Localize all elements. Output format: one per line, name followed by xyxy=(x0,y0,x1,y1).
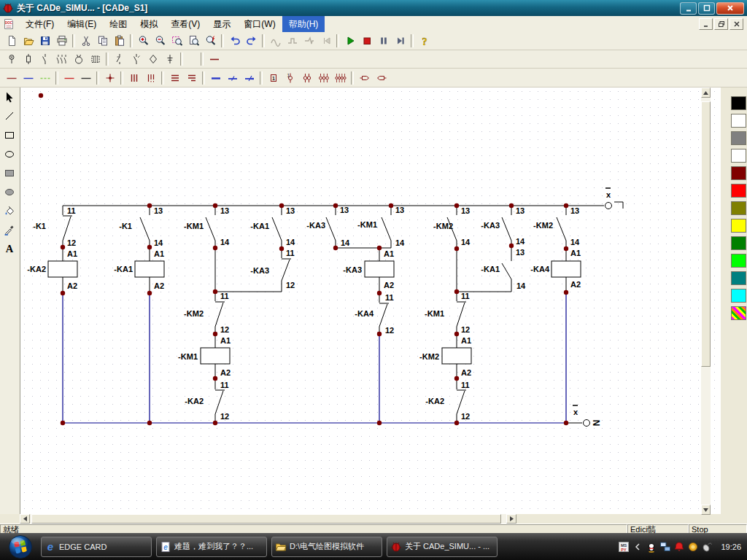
tool-tell-button[interactable] xyxy=(0,144,19,163)
v3s-button[interactable] xyxy=(142,70,159,86)
menu-item-6[interactable]: 显示 xyxy=(206,16,237,33)
color-swatch-1[interactable] xyxy=(731,96,746,110)
color-swatch-2[interactable] xyxy=(731,114,746,128)
save-button[interactable] xyxy=(36,33,53,49)
zoomsel-button[interactable] xyxy=(169,33,185,49)
plug-button[interactable] xyxy=(161,51,178,67)
print-button[interactable] xyxy=(53,33,70,49)
mdi-close-button[interactable] xyxy=(729,18,743,30)
mdi-minimize-button[interactable] xyxy=(699,18,713,30)
tool-tline-button[interactable] xyxy=(0,106,19,125)
motor-button[interactable] xyxy=(70,51,87,67)
menu-item-3[interactable]: 绘图 xyxy=(103,16,133,33)
menu-item-1[interactable]: 文件(F) xyxy=(19,16,61,33)
play-button[interactable] xyxy=(341,33,358,49)
contactb-button[interactable] xyxy=(111,51,128,67)
scroll-down-button[interactable] xyxy=(701,505,711,515)
bslash1-button[interactable] xyxy=(224,70,241,86)
sim1-button[interactable] xyxy=(267,33,284,49)
document-icon[interactable]: DOC xyxy=(3,18,16,30)
contact1-button[interactable] xyxy=(36,51,53,67)
diamond-button[interactable] xyxy=(144,51,161,67)
tray-chev-icon[interactable] xyxy=(632,541,643,553)
vertical-scrollbar[interactable] xyxy=(701,88,711,515)
contacts3-button[interactable] xyxy=(53,51,70,67)
tray-alarm-icon[interactable] xyxy=(673,541,685,553)
l_green-button[interactable] xyxy=(36,70,53,86)
contactc-button[interactable] xyxy=(128,51,144,67)
color-swatch-3[interactable] xyxy=(731,131,746,145)
redo-button[interactable] xyxy=(243,33,260,49)
bthick-button[interactable] xyxy=(207,70,224,86)
h3-button[interactable] xyxy=(166,70,183,86)
color-swatch-8[interactable] xyxy=(731,219,746,233)
tray-net-icon[interactable] xyxy=(659,541,671,553)
scroll-left-button[interactable] xyxy=(20,514,30,524)
c1-button[interactable]: 1 xyxy=(282,70,298,86)
coilsym-button[interactable] xyxy=(20,51,36,67)
tool-trectf-button[interactable] xyxy=(0,163,19,182)
menu-item-2[interactable]: 编辑(E) xyxy=(61,16,103,33)
taskbar-button-1[interactable]: eEDGE CARD xyxy=(41,537,152,557)
c3-button[interactable] xyxy=(315,70,332,86)
l_blue-button[interactable] xyxy=(20,70,36,86)
v3-button[interactable] xyxy=(125,70,142,86)
bslash2-button[interactable] xyxy=(241,70,258,86)
tool-arrow-button[interactable] xyxy=(0,88,19,106)
pause-button[interactable] xyxy=(375,33,392,49)
drawing-canvas[interactable]: 1112A1A21314A1A213141112A1A2111213141112… xyxy=(20,88,721,514)
horizontal-scroll-thumb[interactable] xyxy=(31,514,501,524)
copy-button[interactable] xyxy=(94,33,111,49)
c2-button[interactable] xyxy=(298,70,315,86)
menu-item-8[interactable]: 帮助(H) xyxy=(282,16,325,33)
color-swatch-5[interactable] xyxy=(731,166,746,180)
crossdot-button[interactable] xyxy=(101,70,118,86)
undo-button[interactable] xyxy=(226,33,243,49)
color-swatch-7[interactable] xyxy=(731,201,746,215)
l_red-button[interactable] xyxy=(61,70,77,86)
color-swatch-10[interactable] xyxy=(731,254,746,268)
mdi-restore-button[interactable] xyxy=(714,18,728,30)
color-swatch-13[interactable] xyxy=(731,306,746,320)
lamp-button[interactable] xyxy=(3,51,20,67)
zoomdyn-button[interactable] xyxy=(202,33,219,49)
tray-ime-icon[interactable]: MSPY xyxy=(618,541,630,553)
blocksym-button[interactable] xyxy=(87,51,104,67)
tool-trect-button[interactable] xyxy=(0,125,19,144)
color-swatch-12[interactable] xyxy=(731,289,746,303)
horizontal-scrollbar[interactable] xyxy=(20,514,516,524)
cut-button[interactable] xyxy=(77,33,94,49)
tray-mouse-icon[interactable] xyxy=(701,541,713,553)
tray-coin-icon[interactable] xyxy=(687,541,699,553)
menu-item-5[interactable]: 查看(V) xyxy=(164,16,206,33)
paste-button[interactable] xyxy=(111,33,128,49)
stepf-button[interactable] xyxy=(392,33,409,49)
menu-item-4[interactable]: 模拟 xyxy=(133,16,164,33)
l_black-button[interactable] xyxy=(77,70,94,86)
zoompage-button[interactable] xyxy=(185,33,202,49)
start-button[interactable] xyxy=(0,533,41,560)
zoomout-button[interactable] xyxy=(152,33,169,49)
hdark-button[interactable] xyxy=(206,51,222,67)
color-swatch-9[interactable] xyxy=(731,236,746,250)
tool-dropper-button[interactable] xyxy=(0,220,19,239)
tool-textA-button[interactable]: A xyxy=(0,239,19,258)
tray-qq-icon[interactable] xyxy=(646,541,657,553)
taskbar-button-4[interactable]: 关于 CADe_SIMU... - ... xyxy=(387,537,498,557)
open-button[interactable] xyxy=(20,33,36,49)
c4-button[interactable] xyxy=(332,70,349,86)
zoomin-button[interactable] xyxy=(135,33,152,49)
sim2-button[interactable] xyxy=(284,33,301,49)
sim3-button[interactable] xyxy=(301,33,317,49)
color-swatch-11[interactable] xyxy=(731,271,746,285)
vertical-scroll-thumb[interactable] xyxy=(701,101,711,367)
dR-button[interactable] xyxy=(373,70,390,86)
stop-button[interactable] xyxy=(358,33,375,49)
color-swatch-6[interactable] xyxy=(731,184,746,198)
minimize-button[interactable] xyxy=(680,2,697,15)
sim4-button[interactable] xyxy=(317,33,334,49)
maximize-button[interactable] xyxy=(698,2,715,15)
tool-tellf-button[interactable] xyxy=(0,182,19,201)
color-swatch-4[interactable] xyxy=(731,149,746,163)
scroll-right-button[interactable] xyxy=(506,514,516,524)
